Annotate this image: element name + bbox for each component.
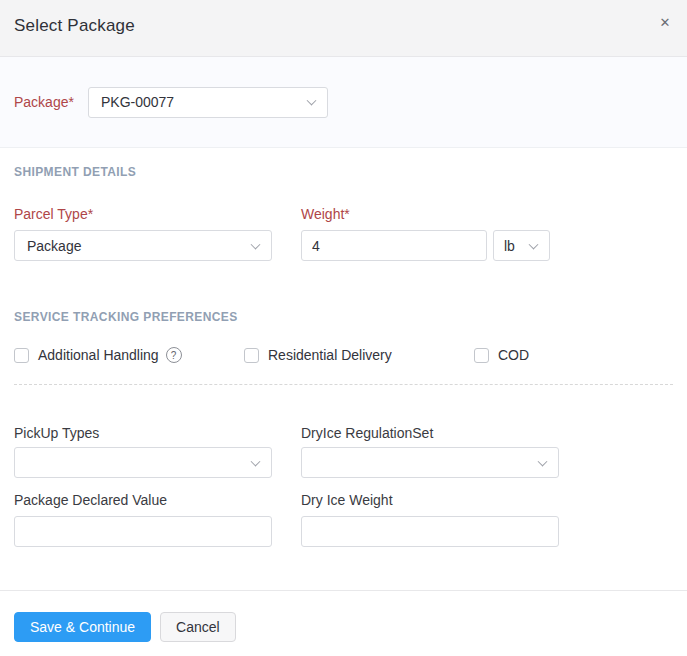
cod-option: COD <box>474 347 687 363</box>
service-tracking-heading: SERVICE TRACKING PREFERENCES <box>14 310 673 324</box>
chevron-down-icon <box>307 96 317 106</box>
additional-controls-row-1 <box>14 447 673 478</box>
cod-label: COD <box>498 347 529 363</box>
additional-handling-option: Additional Handling ? <box>14 347 244 363</box>
residential-delivery-checkbox[interactable] <box>244 348 259 363</box>
weight-unit-select[interactable]: lb <box>493 230 550 261</box>
additional-labels-row-1: PickUp Types DryIce RegulationSet <box>14 425 673 441</box>
package-selector-band: Package* PKG-00077 <box>0 57 687 148</box>
close-icon: ✕ <box>660 15 671 30</box>
weight-label: Weight* <box>301 206 559 222</box>
dryice-regulationset-label: DryIce RegulationSet <box>301 425 559 441</box>
help-icon[interactable]: ? <box>166 347 182 363</box>
pickup-types-select[interactable] <box>14 447 272 478</box>
select-package-dialog: Select Package ✕ Package* PKG-00077 SHIP… <box>0 0 687 656</box>
package-select-value: PKG-00077 <box>101 94 174 110</box>
question-mark-icon: ? <box>171 350 177 361</box>
package-label: Package* <box>14 94 88 110</box>
dashed-divider <box>14 384 673 385</box>
cod-checkbox[interactable] <box>474 348 489 363</box>
dialog-body: SHIPMENT DETAILS Parcel Type* Weight* Pa… <box>0 148 687 590</box>
chevron-down-icon <box>251 456 261 466</box>
dryice-regulationset-select[interactable] <box>301 447 559 478</box>
page-title: Select Package <box>14 16 673 36</box>
cancel-button[interactable]: Cancel <box>160 612 236 642</box>
parcel-type-value: Package <box>27 238 81 254</box>
shipment-labels-row: Parcel Type* Weight* <box>14 206 673 222</box>
parcel-type-select[interactable]: Package <box>14 230 272 261</box>
package-declared-value-input[interactable] <box>14 516 272 547</box>
weight-input[interactable] <box>301 230 487 261</box>
chevron-down-icon <box>529 239 539 249</box>
dialog-footer: Save & Continue Cancel <box>0 590 687 656</box>
dialog-header: Select Package ✕ <box>0 0 687 57</box>
shipment-details-heading: SHIPMENT DETAILS <box>14 165 673 179</box>
additional-controls-row-2 <box>14 516 673 547</box>
save-continue-button[interactable]: Save & Continue <box>14 612 151 642</box>
residential-delivery-label: Residential Delivery <box>268 347 392 363</box>
service-tracking-checkbox-row: Additional Handling ? Residential Delive… <box>14 347 673 363</box>
pickup-types-label: PickUp Types <box>14 425 272 441</box>
dry-ice-weight-label: Dry Ice Weight <box>301 492 559 508</box>
additional-handling-checkbox[interactable] <box>14 348 29 363</box>
additional-labels-row-2: Package Declared Value Dry Ice Weight <box>14 492 673 508</box>
residential-delivery-option: Residential Delivery <box>244 347 474 363</box>
shipment-controls-row: Package lb <box>14 230 673 261</box>
package-declared-value-label: Package Declared Value <box>14 492 272 508</box>
chevron-down-icon <box>538 456 548 466</box>
parcel-type-label: Parcel Type* <box>14 206 272 222</box>
weight-unit-value: lb <box>504 238 515 254</box>
chevron-down-icon <box>251 239 261 249</box>
additional-handling-label: Additional Handling <box>38 347 159 363</box>
package-select[interactable]: PKG-00077 <box>88 87 328 118</box>
dry-ice-weight-input[interactable] <box>301 516 559 547</box>
close-button[interactable]: ✕ <box>655 13 675 33</box>
